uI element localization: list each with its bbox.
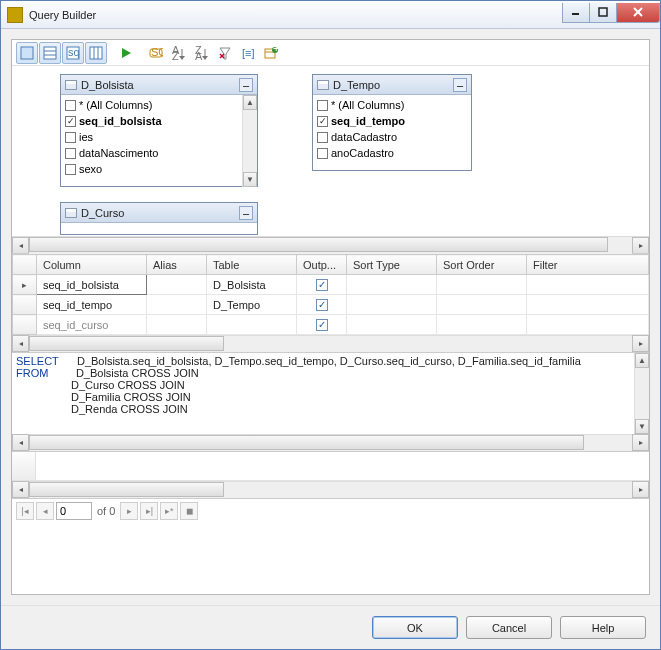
sql-vscroll[interactable]: ▲▼	[634, 353, 649, 434]
column-name[interactable]: * (All Columns)	[79, 99, 152, 111]
nav-stop-button[interactable]: ◼	[180, 502, 198, 520]
col-header-alias[interactable]: Alias	[147, 255, 207, 275]
svg-rect-5	[44, 47, 56, 59]
col-header-output[interactable]: Outp...	[297, 255, 347, 275]
checkbox[interactable]	[65, 164, 76, 175]
table-d-tempo[interactable]: D_Tempo– * (All Columns) seq_id_tempo da…	[312, 74, 472, 171]
column-list[interactable]: * (All Columns) seq_id_tempo dataCadastr…	[313, 95, 471, 163]
sql-pane[interactable]: SELECT D_Bolsista.seq_id_bolsista, D_Tem…	[12, 352, 649, 434]
minimize-icon[interactable]: –	[453, 78, 467, 92]
sql-text: D_Bolsista CROSS JOIN	[76, 367, 199, 379]
column-name[interactable]: seq_id_tempo	[331, 115, 405, 127]
svg-text:+: +	[273, 46, 278, 54]
cell-column[interactable]: seq_id_bolsista	[37, 275, 147, 295]
cell-column[interactable]: seq_id_tempo	[37, 295, 147, 315]
svg-rect-4	[21, 47, 33, 59]
sql-text: D_Bolsista.seq_id_bolsista, D_Tempo.seq_…	[77, 355, 581, 367]
query-builder-window: Query Builder sql SQL AZ ZA [≡] +	[0, 0, 661, 650]
nav-prev-button[interactable]: ◂	[36, 502, 54, 520]
minimize-button[interactable]	[562, 3, 590, 23]
svg-text:sql: sql	[68, 46, 80, 58]
checkbox[interactable]	[65, 116, 76, 127]
output-checkbox[interactable]	[316, 319, 328, 331]
sql-text: D_Curso CROSS JOIN	[71, 379, 185, 391]
pane-sql-button[interactable]: sql	[62, 42, 84, 64]
sort-desc-button[interactable]: ZA	[191, 42, 213, 64]
minimize-icon[interactable]: –	[239, 206, 253, 220]
grid-hscroll[interactable]: ◂▸	[12, 335, 649, 352]
col-header-filter[interactable]: Filter	[527, 255, 649, 275]
nav-position-input[interactable]	[56, 502, 92, 520]
output-checkbox[interactable]	[316, 279, 328, 291]
checkbox[interactable]	[317, 116, 328, 127]
diagram-pane[interactable]: D_Bolsista– * (All Columns) seq_id_bolsi…	[12, 66, 649, 236]
col-header-sorttype[interactable]: Sort Type	[347, 255, 437, 275]
group-by-button[interactable]: [≡]	[237, 42, 259, 64]
checkbox[interactable]	[65, 100, 76, 111]
dialog-footer: OK Cancel Help	[1, 605, 660, 649]
svg-marker-19	[179, 56, 185, 60]
col-header-column[interactable]: Column	[37, 255, 147, 275]
diagram-hscroll[interactable]: ◂▸	[12, 236, 649, 253]
table-title: D_Tempo	[333, 79, 449, 91]
column-name[interactable]: seq_id_bolsista	[79, 115, 162, 127]
close-button[interactable]	[616, 3, 660, 23]
remove-filter-button[interactable]	[214, 42, 236, 64]
criteria-grid[interactable]: Column Alias Table Outp... Sort Type Sor…	[12, 253, 649, 335]
checkbox[interactable]	[65, 132, 76, 143]
table-icon	[317, 80, 329, 90]
checkbox[interactable]	[65, 148, 76, 159]
checkbox[interactable]	[317, 148, 328, 159]
vertical-scrollbar[interactable]: ▲▼	[242, 95, 257, 187]
add-table-button[interactable]: +	[260, 42, 282, 64]
help-button[interactable]: Help	[560, 616, 646, 639]
nav-first-button[interactable]: |◂	[16, 502, 34, 520]
column-name[interactable]: dataNascimento	[79, 147, 159, 159]
checkbox[interactable]	[317, 132, 328, 143]
cancel-button[interactable]: Cancel	[466, 616, 552, 639]
minimize-icon[interactable]: –	[239, 78, 253, 92]
sql-keyword: FROM	[16, 367, 48, 379]
table-d-curso[interactable]: D_Curso–	[60, 202, 258, 235]
column-name[interactable]: dataCadastro	[331, 131, 397, 143]
maximize-button[interactable]	[589, 3, 617, 23]
column-name[interactable]: * (All Columns)	[331, 99, 404, 111]
grid-row[interactable]: seq_id_curso	[13, 315, 649, 335]
column-list[interactable]: * (All Columns) seq_id_bolsista ies data…	[61, 95, 257, 179]
col-header-table[interactable]: Table	[207, 255, 297, 275]
results-pane[interactable]	[12, 451, 649, 481]
pane-results-button[interactable]	[85, 42, 107, 64]
pane-diagram-button[interactable]	[16, 42, 38, 64]
sql-text: D_Familia CROSS JOIN	[71, 391, 191, 403]
svg-rect-10	[90, 47, 102, 59]
sql-hscroll[interactable]: ◂▸	[12, 434, 649, 451]
svg-rect-1	[599, 8, 607, 16]
ok-button[interactable]: OK	[372, 616, 458, 639]
table-d-bolsista[interactable]: D_Bolsista– * (All Columns) seq_id_bolsi…	[60, 74, 258, 187]
grid-row[interactable]: seq_id_tempo D_Tempo	[13, 295, 649, 315]
nav-new-button[interactable]: ▸*	[160, 502, 178, 520]
sort-asc-button[interactable]: AZ	[168, 42, 190, 64]
col-header-sortorder[interactable]: Sort Order	[437, 255, 527, 275]
cell-table[interactable]: D_Bolsista	[207, 275, 297, 295]
cell-table[interactable]: D_Tempo	[207, 295, 297, 315]
output-checkbox[interactable]	[316, 299, 328, 311]
titlebar[interactable]: Query Builder	[1, 1, 660, 29]
checkbox[interactable]	[317, 100, 328, 111]
grid-row[interactable]: ▸ seq_id_bolsista D_Bolsista	[13, 275, 649, 295]
run-button[interactable]	[115, 42, 137, 64]
svg-text:[≡]: [≡]	[242, 47, 255, 59]
sql-keyword: SELECT	[16, 355, 59, 367]
svg-marker-13	[122, 48, 131, 58]
column-name[interactable]: sexo	[79, 163, 102, 175]
record-navigator[interactable]: |◂ ◂ of 0 ▸ ▸| ▸* ◼	[12, 498, 649, 522]
nav-last-button[interactable]: ▸|	[140, 502, 158, 520]
cell-column[interactable]: seq_id_curso	[37, 315, 147, 335]
verify-sql-button[interactable]: SQL	[145, 42, 167, 64]
pane-grid-button[interactable]	[39, 42, 61, 64]
cell-alias[interactable]	[147, 275, 207, 295]
nav-next-button[interactable]: ▸	[120, 502, 138, 520]
column-name[interactable]: anoCadastro	[331, 147, 394, 159]
column-name[interactable]: ies	[79, 131, 93, 143]
results-hscroll[interactable]: ◂▸	[12, 481, 649, 498]
